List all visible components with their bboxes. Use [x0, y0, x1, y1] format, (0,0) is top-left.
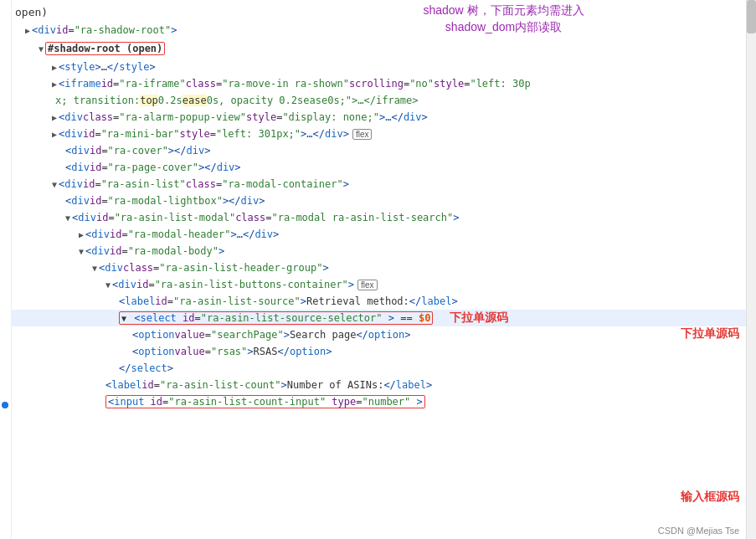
line-iframe-1: ▶ <iframe id="ra-iframe" class="ra-move-…: [12, 75, 746, 92]
line-header-group: ▼ <div class="ra-asin-list-header-group"…: [12, 259, 746, 276]
arrow-icon: ▶: [79, 230, 84, 239]
line-div-shadow-root: ▶ <div id="ra-shadow-root" >: [12, 22, 746, 38]
line-label-count: <label id="ra-asin-list-count" > Number …: [12, 377, 746, 393]
line-select[interactable]: ▼ <select id="ra-asin-list-source-select…: [12, 310, 746, 326]
main-container: shadow 树，下面元素均需进入 shadow_dom内部读取 open) ▶…: [0, 0, 756, 539]
select-element-box: ▼ <select id="ra-asin-list-source-select…: [119, 311, 433, 325]
line-style: ▶ <style> … </style>: [12, 59, 746, 75]
line-asin-list-modal: ▼ <div id="ra-asin-list-modal" class="ra…: [12, 209, 746, 226]
arrow-icon: ▼: [79, 247, 84, 256]
line-minibar: ▶ <div id="ra-mini-bar" style="left: 301…: [12, 126, 746, 142]
annotation-dropdown-label: 下拉单源码: [681, 326, 739, 341]
shadow-root-label: #shadow-root (open): [45, 42, 165, 55]
line-input: <input id="ra-asin-list-count-input" typ…: [12, 393, 746, 410]
scrollbar[interactable]: [746, 0, 756, 539]
arrow-icon: ▼: [121, 314, 126, 323]
line-option-rsas: <option value="rsas" > RSAS </option>: [12, 343, 746, 360]
arrow-icon: ▶: [52, 113, 57, 122]
arrow-down-icon: ▼: [39, 44, 44, 54]
scrollbar-thumb[interactable]: [747, 0, 756, 33]
input-element-box: <input id="ra-asin-list-count-input" typ…: [105, 395, 425, 408]
csdn-watermark: CSDN @Mejias Tse: [658, 526, 739, 536]
line-gutter: [0, 0, 12, 539]
line-option-search: <option value="searchPage" > Search page…: [12, 326, 746, 343]
arrow-icon: ▼: [105, 280, 111, 290]
line-modal-header: ▶ <div id="ra-modal-header" >…</div>: [12, 226, 746, 243]
annotation-input-label: 输入框源码: [681, 490, 739, 505]
line-select-close: </select>: [12, 360, 746, 377]
highlight-ease: ease: [183, 95, 207, 106]
arrow-icon: ▼: [52, 180, 57, 189]
line-label-source: <label id="ra-asin-list-source" > Retrie…: [12, 293, 746, 310]
line-iframe-2: x; transition: top 0.2s ease 0s, opacity…: [12, 92, 746, 109]
line-buttons-container: ▼ <div id="ra-asin-list-buttons-containe…: [12, 276, 746, 293]
flex-badge: flex: [357, 280, 378, 290]
line-shadow-root: ▼ #shadow-root (open): [12, 40, 746, 57]
arrow-icon: ▼: [92, 264, 97, 273]
flex-badge: flex: [352, 129, 373, 140]
line-page-cover: <div id="ra-page-cover" ></div>: [12, 159, 746, 176]
line-open-paren: open): [12, 3, 746, 20]
arrow-icon: ▶: [52, 63, 57, 72]
line-modal-body: ▼ <div id="ra-modal-body" >: [12, 243, 746, 259]
line-lightbox: <div id="ra-modal-lightbox" ></div>: [12, 192, 746, 209]
line-asin-list: ▼ <div id="ra-asin-list" class="ra-modal…: [12, 176, 746, 192]
line-cover: <div id="ra-cover" ></div>: [12, 142, 746, 159]
arrow-icon: ▼: [65, 213, 70, 223]
arrow-right-icon: ▶: [25, 26, 30, 35]
annotation-dropdown: 下拉单源码: [450, 311, 508, 326]
arrow-icon: ▶: [52, 80, 57, 89]
arrow-icon: ▶: [52, 130, 57, 139]
code-area: open) ▶ <div id="ra-shadow-root" > ▼ #sh…: [12, 0, 746, 539]
line-alarm: ▶ <div class="ra-alarm-popup-view" style…: [12, 109, 746, 126]
breakpoint-dot: [2, 402, 8, 408]
highlight-top: top: [140, 95, 158, 106]
